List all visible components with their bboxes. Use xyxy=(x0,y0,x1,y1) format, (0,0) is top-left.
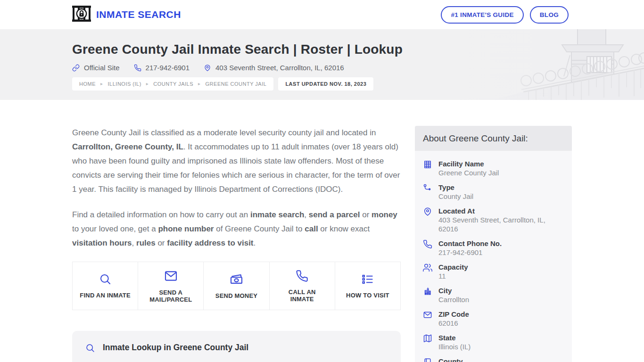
inmate-lookup-section: Inmate Lookup in Greene County Jail xyxy=(72,331,401,362)
map-icon xyxy=(423,333,432,351)
lookup-title: Inmate Lookup in Greene County Jail xyxy=(103,343,248,353)
phone-icon xyxy=(296,270,308,282)
chevron-right-icon: ▸ xyxy=(146,82,149,86)
brand-logo[interactable]: INMATE SEARCH xyxy=(72,6,181,24)
blog-button[interactable]: BLOG xyxy=(530,6,569,24)
send-money-button[interactable]: SEND MONEY xyxy=(203,262,269,310)
official-site-link[interactable]: Official Site xyxy=(72,64,120,72)
brand-name: INMATE SEARCH xyxy=(96,9,181,20)
about-sidebar: About Greene County Jail: Facility Name … xyxy=(415,126,572,362)
breadcrumb-home[interactable]: HOME xyxy=(79,81,96,87)
fact-capacity: Capacity 11 xyxy=(423,263,564,280)
page-title: Greene County Jail Inmate Search | Roste… xyxy=(72,42,403,57)
county-icon xyxy=(423,357,432,362)
phone-icon xyxy=(134,64,141,72)
fact-state: State Illinois (IL) xyxy=(423,333,564,351)
prison-watchtower-photo xyxy=(446,29,644,100)
action-label: HOW TO VISIT xyxy=(346,292,389,299)
send-mail-parcel-button[interactable]: SEND A MAIL/PARCEL xyxy=(138,262,204,310)
header-nav: #1 INMATE'S GUIDE BLOG xyxy=(441,6,569,24)
action-label: FIND AN INMATE xyxy=(80,292,131,299)
find-an-inmate-button[interactable]: FIND AN INMATE xyxy=(72,262,138,310)
phone-icon xyxy=(423,239,432,257)
fact-zip-code: ZIP Code 62016 xyxy=(423,310,564,328)
last-updated-badge: LAST UPDATED NOV. 18, 2023 xyxy=(278,77,373,90)
phone-number: 217-942-6901 xyxy=(146,64,190,72)
jail-lock-icon xyxy=(72,6,91,24)
users-icon xyxy=(423,263,432,280)
hero-banner: Greene County Jail Inmate Search | Roste… xyxy=(0,29,644,100)
link-icon xyxy=(72,64,80,72)
fact-located-at: Located At 403 Seventh Street, Carrollto… xyxy=(423,206,564,233)
contact-row: Official Site 217-942-6901 403 Sevent xyxy=(72,64,403,72)
how-to-visit-button[interactable]: HOW TO VISIT xyxy=(335,262,401,310)
city-icon xyxy=(423,286,432,304)
breadcrumb-current: GREENE COUNTY JAIL xyxy=(206,81,267,87)
address-text: 403 Seventh Street, Carrollton, IL, 6201… xyxy=(215,64,344,72)
sidebar-title: About Greene County Jail: xyxy=(415,126,572,151)
official-site-label: Official Site xyxy=(84,64,120,72)
envelope-icon xyxy=(423,310,432,328)
breadcrumb-illinois[interactable]: ILLINOIS (IL) xyxy=(108,81,141,87)
breadcrumb: HOME ▸ ILLINOIS (IL) ▸ COUNTY JAILS ▸ GR… xyxy=(72,77,273,90)
search-icon xyxy=(99,273,112,286)
article-column: Greene County Jail is classified as a mo… xyxy=(72,126,401,362)
chevron-right-icon: ▸ xyxy=(100,82,103,86)
phone-contact[interactable]: 217-942-6901 xyxy=(134,64,190,72)
top-header: INMATE SEARCH #1 INMATE'S GUIDE BLOG xyxy=(0,0,644,29)
checklist-icon xyxy=(361,273,374,286)
search-icon xyxy=(85,343,95,353)
inmates-guide-button[interactable]: #1 INMATE'S GUIDE xyxy=(441,6,523,24)
fact-facility-name: Facility Name Greene County Jail xyxy=(423,159,564,177)
chevron-right-icon: ▸ xyxy=(198,82,201,86)
fact-contact-phone: Contact Phone No. 217-942-6901 xyxy=(423,239,564,257)
address-contact: 403 Seventh Street, Carrollton, IL, 6201… xyxy=(204,64,344,72)
action-label: SEND MONEY xyxy=(215,292,257,299)
action-label: CALL AN INMATE xyxy=(285,288,319,303)
money-icon xyxy=(230,272,243,286)
intro-paragraph: Greene County Jail is classified as a mo… xyxy=(72,126,401,197)
map-pin-icon xyxy=(423,206,432,233)
map-pin-icon xyxy=(204,64,211,72)
route-icon xyxy=(423,183,432,201)
fact-type: Type County Jail xyxy=(423,183,564,201)
building-icon xyxy=(423,159,432,177)
fact-county: County xyxy=(423,357,564,362)
call-an-inmate-button[interactable]: CALL AN INMATE xyxy=(269,262,335,310)
action-label: SEND A MAIL/PARCEL xyxy=(147,289,194,303)
breadcrumb-county-jails[interactable]: COUNTY JAILS xyxy=(153,81,193,87)
guide-paragraph: Find a detailed information on how to ca… xyxy=(72,208,401,250)
mail-icon xyxy=(164,269,178,283)
fact-city: City Carrollton xyxy=(423,286,564,304)
quick-actions: FIND AN INMATE SEND A MAIL/PARCEL xyxy=(72,262,401,310)
